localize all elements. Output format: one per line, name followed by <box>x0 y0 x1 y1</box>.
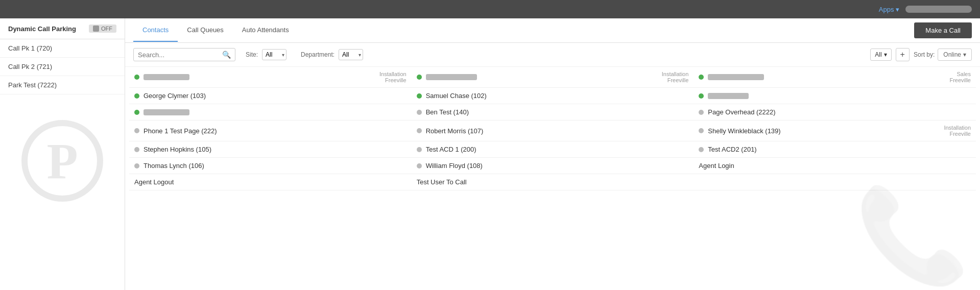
status-dot <box>699 75 704 80</box>
location-text: Sales Freeville <box>949 71 971 83</box>
sidebar-header: Dynamic Call Parking OFF <box>0 18 125 39</box>
redacted-name <box>144 109 189 115</box>
contact-cell-4-1: Test ACD 1 (200) <box>412 141 694 158</box>
sort-chevron: ▾ <box>963 51 966 58</box>
user-avatar <box>905 6 972 13</box>
contact-name[interactable]: George Clymer (103) <box>144 92 206 100</box>
contact-cell-4-0: Stephen Hopkins (105) <box>129 141 412 158</box>
contact-cell-0-2: Sales Freeville <box>694 67 976 88</box>
status-dot <box>417 93 422 99</box>
contact-cell-1-0: George Clymer (103) <box>129 88 412 104</box>
site-filter-select[interactable]: All <box>262 49 286 60</box>
add-button[interactable]: + <box>896 48 910 61</box>
sidebar-title: Dynamic Call Parking <box>8 25 83 33</box>
contact-name[interactable]: Agent Login <box>699 162 734 170</box>
status-dot <box>134 163 139 168</box>
status-dot <box>417 110 422 115</box>
toggle-switch[interactable]: OFF <box>89 25 116 33</box>
table-row: Agent LogoutTest User To Call <box>129 174 976 190</box>
site-filter-group: Site: All <box>242 47 291 62</box>
contact-name[interactable]: William Floyd (108) <box>426 162 483 170</box>
contact-name[interactable]: Agent Logout <box>134 178 174 186</box>
contact-cell-2-2: Page Overhead (2222) <box>694 104 976 120</box>
status-dot <box>134 128 139 133</box>
contact-name[interactable]: Page Overhead (2222) <box>708 108 775 116</box>
contact-name[interactable]: Thomas Lynch (106) <box>144 162 204 170</box>
dept-filter-group: Department: All <box>297 47 367 62</box>
top-bar: Apps ▾ <box>0 0 980 18</box>
contacts-grid: Installation FreevilleInstallation Freev… <box>125 67 980 290</box>
location-text: Installation Freeville <box>379 71 407 83</box>
status-dot <box>417 163 422 168</box>
sidebar-item-parktest[interactable]: Park Test (7222) <box>0 76 125 94</box>
contact-cell-3-1: Robert Morris (107) <box>412 120 694 141</box>
contacts-table: Installation FreevilleInstallation Freev… <box>129 67 976 190</box>
dept-label: Department: <box>301 51 334 58</box>
tab-contacts[interactable]: Contacts <box>133 19 178 42</box>
contact-cell-6-2 <box>694 174 976 190</box>
search-input[interactable] <box>138 51 220 59</box>
sidebar-item-callpk1[interactable]: Call Pk 1 (720) <box>0 39 125 58</box>
status-dot <box>699 128 704 133</box>
status-dot <box>134 93 139 99</box>
content-area: Contacts Call Queues Auto Attendants Mak… <box>125 18 980 290</box>
toggle-dot <box>93 26 99 32</box>
contact-cell-3-0: Phone 1 Test Page (222) <box>129 120 412 141</box>
contact-name[interactable]: Robert Morris (107) <box>426 127 484 135</box>
contact-cell-2-1: Ben Test (140) <box>412 104 694 120</box>
dept-filter-wrapper: All <box>339 49 363 60</box>
site-label: Site: <box>246 51 258 58</box>
contact-name[interactable]: Shelly Winkleblack (139) <box>708 127 780 135</box>
contact-cell-6-1: Test User To Call <box>412 174 694 190</box>
table-row: Thomas Lynch (106)William Floyd (108)Age… <box>129 158 976 174</box>
contact-cell-0-1: Installation Freeville <box>412 67 694 88</box>
contact-name[interactable]: Test ACD2 (201) <box>708 146 756 153</box>
status-dot <box>699 93 704 99</box>
status-dot <box>699 110 704 115</box>
table-row: Phone 1 Test Page (222)Robert Morris (10… <box>129 120 976 141</box>
toolbar-left: 🔍 Site: All Department: All <box>133 47 367 62</box>
contact-cell-2-0 <box>129 104 412 120</box>
status-dot <box>417 128 422 133</box>
sidebar: Dynamic Call Parking OFF Call Pk 1 (720)… <box>0 18 125 290</box>
table-row: Installation FreevilleInstallation Freev… <box>129 67 976 88</box>
table-row: Ben Test (140)Page Overhead (2222) <box>129 104 976 120</box>
contact-name[interactable]: Ben Test (140) <box>426 108 469 116</box>
contact-name[interactable]: Test ACD 1 (200) <box>426 146 476 153</box>
contact-cell-0-0: Installation Freeville <box>129 67 412 88</box>
contact-name[interactable]: Phone 1 Test Page (222) <box>144 127 217 135</box>
redacted-name <box>426 74 477 80</box>
table-row: Stephen Hopkins (105)Test ACD 1 (200)Tes… <box>129 141 976 158</box>
contact-cell-5-1: William Floyd (108) <box>412 158 694 174</box>
contact-name[interactable]: Samuel Chase (102) <box>426 92 487 100</box>
status-dot <box>134 110 139 115</box>
parking-icon: P <box>21 120 103 202</box>
all-dropdown-chevron: ▾ <box>884 51 887 58</box>
toggle-label: OFF <box>101 26 112 32</box>
status-dot <box>417 75 422 80</box>
sort-label: Sort by: <box>914 51 935 58</box>
status-dot <box>417 147 422 152</box>
contact-cell-5-0: Thomas Lynch (106) <box>129 158 412 174</box>
sort-button[interactable]: Online ▾ <box>938 49 972 61</box>
main-layout: Dynamic Call Parking OFF Call Pk 1 (720)… <box>0 18 980 290</box>
make-call-button[interactable]: Make a Call <box>914 22 972 38</box>
parking-logo: P <box>0 105 125 217</box>
tab-auto-attendants[interactable]: Auto Attendants <box>233 19 298 42</box>
sort-value: Online <box>943 51 961 58</box>
contact-name[interactable]: Stephen Hopkins (105) <box>144 146 211 153</box>
all-dropdown[interactable]: All ▾ <box>870 49 891 61</box>
all-dropdown-label: All <box>875 51 881 58</box>
contact-name[interactable]: Test User To Call <box>417 178 467 186</box>
search-icon: 🔍 <box>222 51 231 59</box>
search-box[interactable]: 🔍 <box>133 48 235 61</box>
contact-cell-5-2: Agent Login <box>694 158 976 174</box>
tab-call-queues[interactable]: Call Queues <box>178 19 233 42</box>
toolbar: 🔍 Site: All Department: All <box>125 43 980 67</box>
apps-menu[interactable]: Apps ▾ <box>879 6 899 13</box>
dept-filter-select[interactable]: All <box>339 49 363 60</box>
sidebar-item-callpk2[interactable]: Call Pk 2 (721) <box>0 58 125 76</box>
location-text: Installation Freeville <box>944 125 971 137</box>
contact-cell-1-2 <box>694 88 976 104</box>
redacted-name <box>708 93 749 99</box>
